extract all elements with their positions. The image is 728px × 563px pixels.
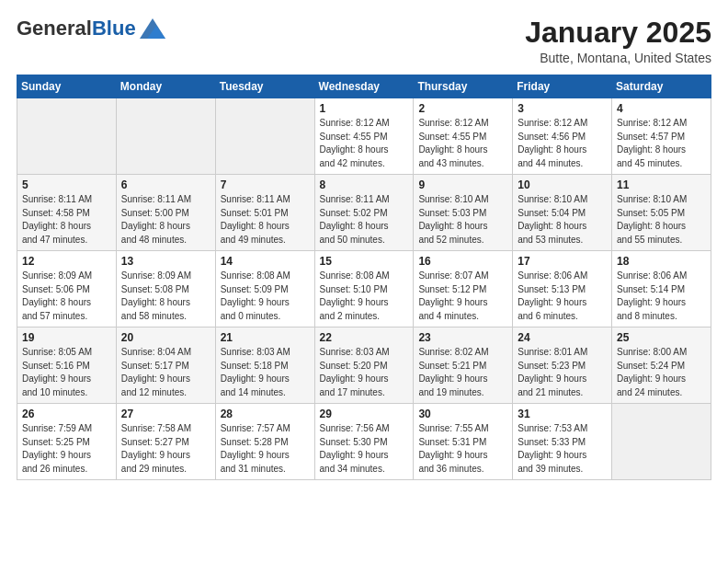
calendar-cell: 21Sunrise: 8:03 AMSunset: 5:18 PMDayligh…: [215, 327, 314, 404]
calendar-header-saturday: Saturday: [612, 75, 711, 98]
day-info: Sunrise: 8:10 AMSunset: 5:05 PMDaylight:…: [617, 193, 706, 247]
calendar-cell: 9Sunrise: 8:10 AMSunset: 5:03 PMDaylight…: [414, 175, 513, 251]
calendar-cell: 25Sunrise: 8:00 AMSunset: 5:24 PMDayligh…: [612, 327, 711, 404]
month-title: January 2025: [525, 17, 711, 49]
calendar-header-monday: Monday: [116, 75, 215, 98]
calendar-week-row: 5Sunrise: 8:11 AMSunset: 4:58 PMDaylight…: [17, 175, 711, 251]
day-info: Sunrise: 8:10 AMSunset: 5:04 PMDaylight:…: [518, 193, 607, 247]
day-info: Sunrise: 8:09 AMSunset: 5:08 PMDaylight:…: [121, 270, 210, 323]
calendar-cell: [17, 98, 117, 175]
calendar-cell: 14Sunrise: 8:08 AMSunset: 5:09 PMDayligh…: [215, 251, 314, 327]
calendar-cell: 16Sunrise: 8:07 AMSunset: 5:12 PMDayligh…: [414, 251, 513, 327]
calendar-cell: 13Sunrise: 8:09 AMSunset: 5:08 PMDayligh…: [116, 251, 215, 327]
day-number: 21: [221, 331, 310, 344]
day-number: 9: [418, 178, 507, 191]
day-number: 26: [22, 408, 111, 420]
day-number: 6: [121, 178, 210, 191]
calendar-header-thursday: Thursday: [414, 75, 513, 98]
calendar-header-wednesday: Wednesday: [314, 75, 414, 98]
calendar-header-friday: Friday: [513, 75, 612, 98]
calendar-header-row: SundayMondayTuesdayWednesdayThursdayFrid…: [17, 75, 711, 98]
calendar-cell: 8Sunrise: 8:11 AMSunset: 5:02 PMDaylight…: [314, 175, 414, 251]
day-number: 8: [320, 178, 409, 191]
day-info: Sunrise: 8:12 AMSunset: 4:56 PMDaylight:…: [518, 117, 607, 170]
calendar-cell: 30Sunrise: 7:55 AMSunset: 5:31 PMDayligh…: [414, 404, 513, 480]
day-number: 1: [320, 102, 409, 115]
day-number: 2: [418, 102, 507, 115]
day-info: Sunrise: 8:12 AMSunset: 4:57 PMDaylight:…: [617, 117, 706, 170]
calendar-cell: 18Sunrise: 8:06 AMSunset: 5:14 PMDayligh…: [612, 251, 711, 327]
calendar-cell: 19Sunrise: 8:05 AMSunset: 5:16 PMDayligh…: [17, 327, 117, 404]
calendar-week-row: 26Sunrise: 7:59 AMSunset: 5:25 PMDayligh…: [17, 404, 711, 480]
calendar-cell: 6Sunrise: 8:11 AMSunset: 5:00 PMDaylight…: [116, 175, 215, 251]
calendar-cell: 5Sunrise: 8:11 AMSunset: 4:58 PMDaylight…: [17, 175, 117, 251]
calendar-cell: 10Sunrise: 8:10 AMSunset: 5:04 PMDayligh…: [513, 175, 612, 251]
location-title: Butte, Montana, United States: [525, 51, 711, 65]
page: GeneralBlue January 2025 Butte, Montana,…: [0, 0, 728, 489]
day-info: Sunrise: 7:57 AMSunset: 5:28 PMDaylight:…: [221, 422, 310, 476]
day-info: Sunrise: 8:03 AMSunset: 5:20 PMDaylight:…: [320, 346, 409, 399]
day-info: Sunrise: 7:59 AMSunset: 5:25 PMDaylight:…: [22, 422, 111, 476]
day-number: 7: [221, 178, 310, 191]
calendar-cell: 3Sunrise: 8:12 AMSunset: 4:56 PMDaylight…: [513, 98, 612, 175]
calendar-header-sunday: Sunday: [17, 75, 117, 98]
day-info: Sunrise: 8:02 AMSunset: 5:21 PMDaylight:…: [418, 346, 507, 399]
calendar-week-row: 19Sunrise: 8:05 AMSunset: 5:16 PMDayligh…: [17, 327, 711, 404]
day-number: 20: [121, 331, 210, 344]
day-number: 22: [320, 331, 409, 344]
calendar-cell: [612, 404, 711, 480]
day-info: Sunrise: 8:04 AMSunset: 5:17 PMDaylight:…: [121, 346, 210, 399]
day-info: Sunrise: 8:11 AMSunset: 5:00 PMDaylight:…: [121, 193, 210, 247]
day-info: Sunrise: 7:53 AMSunset: 5:33 PMDaylight:…: [518, 422, 607, 476]
day-info: Sunrise: 8:11 AMSunset: 5:02 PMDaylight:…: [320, 193, 409, 247]
calendar-cell: 2Sunrise: 8:12 AMSunset: 4:55 PMDaylight…: [414, 98, 513, 175]
day-number: 12: [22, 255, 111, 268]
day-info: Sunrise: 8:07 AMSunset: 5:12 PMDaylight:…: [418, 270, 507, 323]
day-number: 28: [221, 408, 310, 420]
calendar-cell: 20Sunrise: 8:04 AMSunset: 5:17 PMDayligh…: [116, 327, 215, 404]
calendar-cell: 11Sunrise: 8:10 AMSunset: 5:05 PMDayligh…: [612, 175, 711, 251]
day-number: 11: [617, 178, 706, 191]
calendar-cell: 24Sunrise: 8:01 AMSunset: 5:23 PMDayligh…: [513, 327, 612, 404]
calendar-cell: 26Sunrise: 7:59 AMSunset: 5:25 PMDayligh…: [17, 404, 117, 480]
calendar-cell: 29Sunrise: 7:56 AMSunset: 5:30 PMDayligh…: [314, 404, 414, 480]
calendar-cell: 22Sunrise: 8:03 AMSunset: 5:20 PMDayligh…: [314, 327, 414, 404]
calendar-week-row: 1Sunrise: 8:12 AMSunset: 4:55 PMDaylight…: [17, 98, 711, 175]
day-number: 13: [121, 255, 210, 268]
day-number: 31: [518, 408, 607, 420]
day-info: Sunrise: 8:12 AMSunset: 4:55 PMDaylight:…: [320, 117, 409, 170]
day-number: 15: [320, 255, 409, 268]
day-info: Sunrise: 8:10 AMSunset: 5:03 PMDaylight:…: [418, 193, 507, 247]
day-info: Sunrise: 8:00 AMSunset: 5:24 PMDaylight:…: [617, 346, 706, 399]
day-info: Sunrise: 7:56 AMSunset: 5:30 PMDaylight:…: [320, 422, 409, 476]
day-number: 17: [518, 255, 607, 268]
calendar-cell: 15Sunrise: 8:08 AMSunset: 5:10 PMDayligh…: [314, 251, 414, 327]
day-number: 10: [518, 178, 607, 191]
day-info: Sunrise: 8:01 AMSunset: 5:23 PMDaylight:…: [518, 346, 607, 399]
day-number: 4: [617, 102, 706, 115]
day-number: 16: [418, 255, 507, 268]
day-number: 27: [121, 408, 210, 420]
day-number: 19: [22, 331, 111, 344]
title-block: January 2025 Butte, Montana, United Stat…: [525, 17, 711, 65]
calendar-cell: [215, 98, 314, 175]
day-info: Sunrise: 8:05 AMSunset: 5:16 PMDaylight:…: [22, 346, 111, 399]
day-number: 14: [221, 255, 310, 268]
calendar-header-tuesday: Tuesday: [215, 75, 314, 98]
calendar: SundayMondayTuesdayWednesdayThursdayFrid…: [17, 75, 711, 480]
day-number: 18: [617, 255, 706, 268]
day-number: 29: [320, 408, 409, 420]
header: GeneralBlue January 2025 Butte, Montana,…: [17, 17, 711, 65]
calendar-cell: 4Sunrise: 8:12 AMSunset: 4:57 PMDaylight…: [612, 98, 711, 175]
day-info: Sunrise: 7:58 AMSunset: 5:27 PMDaylight:…: [121, 422, 210, 476]
day-info: Sunrise: 8:06 AMSunset: 5:13 PMDaylight:…: [518, 270, 607, 323]
day-number: 23: [418, 331, 507, 344]
day-info: Sunrise: 7:55 AMSunset: 5:31 PMDaylight:…: [418, 422, 507, 476]
day-number: 5: [22, 178, 111, 191]
day-number: 24: [518, 331, 607, 344]
logo-general: GeneralBlue: [17, 17, 136, 40]
calendar-cell: 7Sunrise: 8:11 AMSunset: 5:01 PMDaylight…: [215, 175, 314, 251]
day-info: Sunrise: 8:08 AMSunset: 5:09 PMDaylight:…: [221, 270, 310, 323]
calendar-cell: 23Sunrise: 8:02 AMSunset: 5:21 PMDayligh…: [414, 327, 513, 404]
calendar-cell: 12Sunrise: 8:09 AMSunset: 5:06 PMDayligh…: [17, 251, 117, 327]
